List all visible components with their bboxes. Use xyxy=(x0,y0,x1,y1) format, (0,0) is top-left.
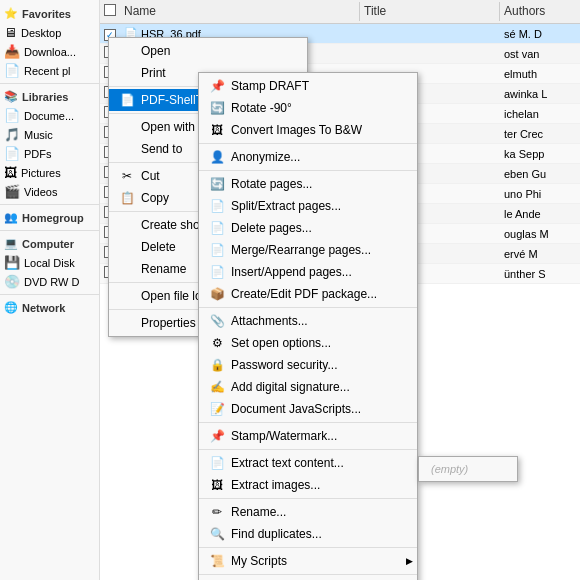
row-authors: ka Sepp xyxy=(500,148,580,160)
star-icon: ⭐ xyxy=(4,7,18,20)
context-menu-level3: (empty) xyxy=(418,456,518,482)
split-icon: 📄 xyxy=(207,199,227,213)
openoptions-icon: ⚙ xyxy=(207,336,227,350)
ctx-document-js[interactable]: 📝 Document JavaScripts... xyxy=(199,398,417,420)
ctx-rename[interactable]: ✏ Rename... xyxy=(199,501,417,523)
sidebar-item-dvd[interactable]: 💿DVD RW D xyxy=(0,272,99,291)
ctx-extract-text[interactable]: 📄 Extract text content... xyxy=(199,452,417,474)
select-all-checkbox[interactable] xyxy=(104,4,116,16)
sidebar-item-localdisk[interactable]: 💾Local Disk xyxy=(0,253,99,272)
separator xyxy=(199,498,417,499)
ctx-my-scripts[interactable]: 📜 My Scripts xyxy=(199,550,417,572)
header-name[interactable]: Name xyxy=(120,2,360,21)
sidebar-item-pdfs[interactable]: 📄PDFs xyxy=(0,144,99,163)
sidebar-section-favorites: ⭐ Favorites xyxy=(0,4,99,23)
row-authors: ervé M xyxy=(500,248,580,260)
ctx-stamp-watermark[interactable]: 📌 Stamp/Watermark... xyxy=(199,425,417,447)
extractimages-icon: 🖼 xyxy=(207,478,227,492)
duplicates-icon: 🔍 xyxy=(207,527,227,541)
computer-icon: 💻 xyxy=(4,237,18,250)
sidebar-section-network: 🌐 Network xyxy=(0,298,99,317)
separator xyxy=(199,170,417,171)
ctx-create-edit-pkg[interactable]: 📦 Create/Edit PDF package... xyxy=(199,283,417,305)
header-check xyxy=(100,2,120,21)
row-authors: le Ande xyxy=(500,208,580,220)
sidebar-item-videos[interactable]: 🎬Videos xyxy=(0,182,99,201)
copy-icon: 📋 xyxy=(117,191,137,205)
sidebar-item-desktop[interactable]: 🖥Desktop xyxy=(0,23,99,42)
javascript-icon: 📝 xyxy=(207,402,227,416)
rotatepages-icon: 🔄 xyxy=(207,177,227,191)
row-authors: awinka L xyxy=(500,88,580,100)
table-header: Name Title Authors xyxy=(100,0,580,24)
row-authors: eben Gu xyxy=(500,168,580,180)
deletepages-icon: 📄 xyxy=(207,221,227,235)
ctx-scripts-placeholder: (empty) xyxy=(419,459,517,479)
pictures-icon: 🖼 xyxy=(4,165,17,180)
divider-4 xyxy=(0,294,99,295)
divider-2 xyxy=(0,204,99,205)
ctx-rotate-90[interactable]: 🔄 Rotate -90° xyxy=(199,97,417,119)
separator xyxy=(199,422,417,423)
attachments-icon: 📎 xyxy=(207,314,227,328)
pdf-shelltools-icon: 📄 xyxy=(117,93,137,107)
myscripts-icon: 📜 xyxy=(207,554,227,568)
downloads-icon: 📥 xyxy=(4,44,20,59)
separator xyxy=(199,449,417,450)
localdisk-icon: 💾 xyxy=(4,255,20,270)
separator xyxy=(199,143,417,144)
ctx-delete-pages[interactable]: 📄 Delete pages... xyxy=(199,217,417,239)
music-icon: 🎵 xyxy=(4,127,20,142)
ctx-merge-rearrange[interactable]: 📄 Merge/Rearrange pages... xyxy=(199,239,417,261)
sidebar-section-computer: 💻 Computer xyxy=(0,234,99,253)
extracttext-icon: 📄 xyxy=(207,456,227,470)
sidebar-item-documents[interactable]: 📄Docume... xyxy=(0,106,99,125)
pdfs-icon: 📄 xyxy=(4,146,20,161)
homegroup-icon: 👥 xyxy=(4,211,18,224)
row-authors: ter Crec xyxy=(500,128,580,140)
row-authors: uno Phi xyxy=(500,188,580,200)
sidebar-item-pictures[interactable]: 🖼Pictures xyxy=(0,163,99,182)
desktop-icon: 🖥 xyxy=(4,25,17,40)
ctx-stamp-draft[interactable]: 📌 Stamp DRAFT xyxy=(199,75,417,97)
row-authors: ost van xyxy=(500,48,580,60)
network-icon: 🌐 xyxy=(4,301,18,314)
row-authors: ünther S xyxy=(500,268,580,280)
ctx-set-open-options[interactable]: ⚙ Set open options... xyxy=(199,332,417,354)
ctx-password-security[interactable]: 🔒 Password security... xyxy=(199,354,417,376)
ctx-rotate-pages[interactable]: 🔄 Rotate pages... xyxy=(199,173,417,195)
sidebar-item-recent[interactable]: 📄Recent pl xyxy=(0,61,99,80)
merge-icon: 📄 xyxy=(207,243,227,257)
signature-icon: ✍ xyxy=(207,380,227,394)
ctx-find-duplicates[interactable]: 🔍 Find duplicates... xyxy=(199,523,417,545)
stamp-icon: 📌 xyxy=(207,79,227,93)
header-authors[interactable]: Authors xyxy=(500,2,580,21)
ctx-split-extract[interactable]: 📄 Split/Extract pages... xyxy=(199,195,417,217)
dvd-icon: 💿 xyxy=(4,274,20,289)
libraries-icon: 📚 xyxy=(4,90,18,103)
separator xyxy=(199,547,417,548)
row-authors: ouglas M xyxy=(500,228,580,240)
sidebar-item-downloads[interactable]: 📥Downloa... xyxy=(0,42,99,61)
separator xyxy=(199,574,417,575)
ctx-anonymize[interactable]: 👤 Anonymize... xyxy=(199,146,417,168)
convert-bw-icon: 🖼 xyxy=(207,123,227,137)
context-menu-level2: 📌 Stamp DRAFT 🔄 Rotate -90° 🖼 Convert Im… xyxy=(198,72,418,580)
sidebar-section-libraries: 📚 Libraries xyxy=(0,87,99,106)
row-authors: ichelan xyxy=(500,108,580,120)
ctx-digital-signature[interactable]: ✍ Add digital signature... xyxy=(199,376,417,398)
password-icon: 🔒 xyxy=(207,358,227,372)
rotate-icon: 🔄 xyxy=(207,101,227,115)
ctx-extract-images[interactable]: 🖼 Extract images... xyxy=(199,474,417,496)
header-title[interactable]: Title xyxy=(360,2,500,21)
documents-icon: 📄 xyxy=(4,108,20,123)
ctx-insert-append[interactable]: 📄 Insert/Append pages... xyxy=(199,261,417,283)
anonymize-icon: 👤 xyxy=(207,150,227,164)
sidebar-item-music[interactable]: 🎵Music xyxy=(0,125,99,144)
videos-icon: 🎬 xyxy=(4,184,20,199)
ctx-open[interactable]: Open xyxy=(109,40,307,62)
ctx-attachments[interactable]: 📎 Attachments... xyxy=(199,310,417,332)
ctx-convert-bw[interactable]: 🖼 Convert Images To B&W xyxy=(199,119,417,141)
row-authors: elmuth xyxy=(500,68,580,80)
sidebar-section-homegroup: 👥 Homegroup xyxy=(0,208,99,227)
